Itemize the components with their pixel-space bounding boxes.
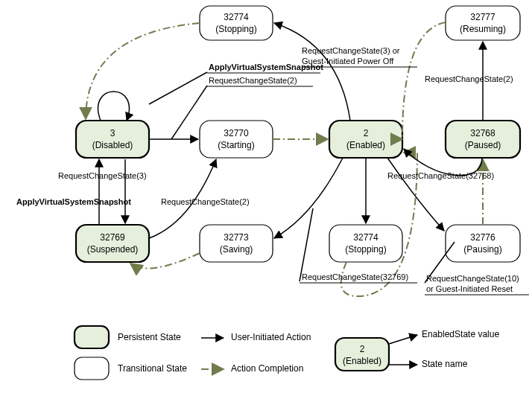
legend-completion-label: Action Completion [231, 363, 303, 374]
edge-label-rcs32769: RequestChangeState(32769) [300, 272, 417, 283]
state-saving-value: 32773 [224, 232, 249, 243]
state-enabled: 2 (Enabled) [329, 121, 402, 158]
edge-enabled-to-stopping-top [274, 23, 350, 121]
svg-rect-6 [76, 225, 149, 262]
state-stopping-bot-name: (Stopping) [345, 244, 386, 255]
svg-text:Guest-Initiated Power Off: Guest-Initiated Power Off [302, 57, 394, 66]
state-disabled-value: 3 [110, 128, 115, 138]
svg-rect-7 [200, 225, 273, 262]
legend-state-name-label: State name [422, 359, 468, 369]
state-starting-value: 32770 [224, 128, 249, 138]
svg-text:ApplyVirtualSystemSnapshot: ApplyVirtualSystemSnapshot [16, 197, 131, 206]
legend-sample-name: (Enabled) [343, 356, 381, 366]
svg-rect-5 [446, 121, 520, 158]
state-pausing: 32776 (Pausing) [446, 225, 520, 262]
state-suspended-name: (Suspended) [87, 244, 139, 255]
edge-disabled-selfloop [98, 92, 130, 121]
legend-enabledstate-bold: EnabledState [422, 329, 475, 339]
svg-text:EnabledState value: EnabledState value [422, 329, 499, 339]
state-stopping-top-value: 32774 [224, 12, 249, 22]
state-stopping-bot-value: 32774 [353, 232, 379, 243]
state-enabled-name: (Enabled) [346, 140, 385, 150]
state-paused-name: (Paused) [465, 140, 501, 150]
state-starting: 32770 (Starting) [200, 121, 273, 158]
edge-enabled-to-saving [274, 158, 343, 238]
state-saving: 32773 (Saving) [200, 225, 273, 262]
state-disabled: 3 (Disabled) [76, 121, 149, 158]
edge-stopping-top-to-disabled [86, 23, 200, 119]
state-enabled-value: 2 [364, 128, 369, 138]
svg-rect-9 [446, 225, 520, 262]
svg-text:or Guest-Initiated Reset: or Guest-Initiated Reset [426, 284, 513, 293]
state-stopping-top: 32774 (Stopping) [200, 6, 273, 40]
legend-persistent-label: Persistent State [118, 332, 181, 342]
state-stopping-bottom: 32774 (Stopping) [329, 225, 402, 262]
legend-user-action-label: User-Initiated Action [231, 332, 311, 342]
state-suspended: 32769 (Suspended) [76, 225, 149, 262]
svg-rect-8 [329, 225, 402, 262]
state-starting-name: (Starting) [218, 140, 254, 150]
svg-rect-3 [200, 121, 273, 158]
legend: Persistent State Transitional State User… [75, 326, 499, 380]
svg-rect-28 [75, 357, 109, 380]
edge-label-rcs2a: RequestChangeState(2) [207, 76, 313, 86]
edge-label-rcs3-or: RequestChangeState(3) or Guest-Initiated… [302, 46, 417, 67]
svg-text:RequestChangeState(2): RequestChangeState(2) [161, 197, 250, 206]
state-paused-value: 32768 [470, 128, 495, 138]
svg-text:RequestChangeState(2): RequestChangeState(2) [425, 74, 513, 83]
svg-rect-27 [75, 326, 109, 348]
edge-label-rcs2c: RequestChangeState(2) [425, 74, 513, 83]
legend-sample-value: 2 [360, 344, 365, 354]
svg-text:RequestChangeState(3): RequestChangeState(3) [58, 171, 147, 180]
svg-rect-2 [76, 121, 149, 158]
svg-rect-0 [200, 6, 273, 40]
legend-transitional-label: Transitional State [118, 363, 187, 374]
state-disabled-name: (Disabled) [92, 140, 133, 150]
svg-text:RequestChangeState(3) or: RequestChangeState(3) or [302, 46, 400, 55]
legend-enabledstate-rest: value [475, 329, 499, 339]
state-resuming-value: 32777 [470, 12, 495, 22]
svg-text:RequestChangeState(32768): RequestChangeState(32768) [387, 171, 494, 180]
edge-label-rcs2b: RequestChangeState(2) [161, 197, 250, 206]
edge-label-rcs10-or: RequestChangeState(10) or Guest-Initiate… [425, 274, 529, 295]
state-resuming-name: (Resuming) [460, 24, 506, 34]
state-pausing-value: 32776 [470, 232, 495, 243]
leader-rcs32769 [300, 208, 313, 281]
svg-text:RequestChangeState(2): RequestChangeState(2) [209, 76, 297, 85]
state-stopping-top-name: (Stopping) [215, 24, 256, 34]
svg-text:RequestChangeState(32769): RequestChangeState(32769) [302, 272, 408, 281]
svg-text:RequestChangeState(10): RequestChangeState(10) [426, 274, 519, 283]
svg-rect-4 [329, 121, 402, 158]
svg-rect-1 [446, 6, 520, 40]
edge-label-rcs32768: RequestChangeState(32768) [387, 171, 494, 180]
svg-line-32 [389, 335, 417, 344]
state-saving-name: (Saving) [220, 244, 253, 255]
state-paused: 32768 (Paused) [446, 121, 520, 158]
state-suspended-value: 32769 [100, 232, 125, 243]
state-resuming: 32777 (Resuming) [446, 6, 520, 40]
edge-label-apply2: ApplyVirtualSystemSnapshot [16, 197, 131, 206]
state-pausing-name: (Pausing) [463, 244, 501, 255]
edge-label-rcs3a: RequestChangeState(3) [58, 171, 147, 180]
